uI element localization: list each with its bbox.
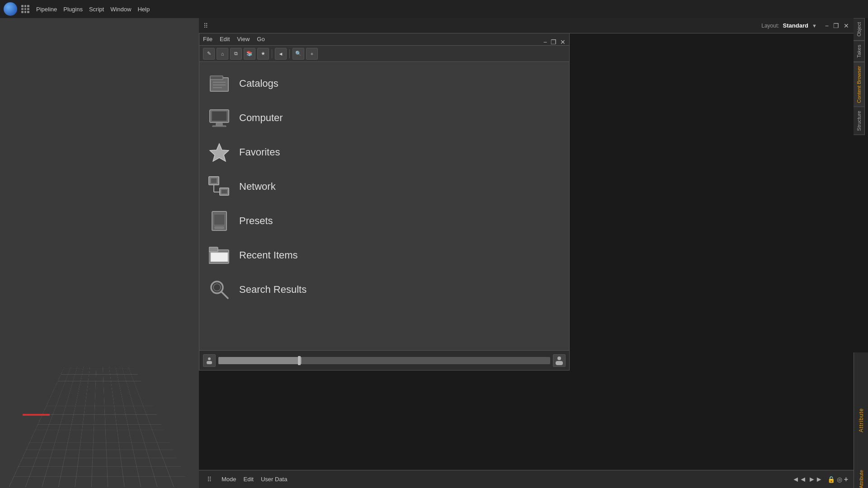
attribute-bottom-tab: Attribute <box>854 470 868 488</box>
svg-rect-8 <box>212 126 226 127</box>
recent-items-icon <box>208 244 230 266</box>
grid-icon[interactable] <box>20 4 31 14</box>
favorites-label: Favorites <box>239 146 280 158</box>
svg-line-24 <box>222 292 228 298</box>
menu-script[interactable]: Script <box>89 6 104 13</box>
network-label: Network <box>239 181 276 192</box>
nav-item-search-results[interactable]: Search Results <box>199 272 569 307</box>
tab-attribute[interactable]: Attribute <box>858 408 864 432</box>
nav-item-favorites[interactable]: Favorites <box>199 135 569 169</box>
computer-label: Computer <box>239 112 283 124</box>
bottom-user-data[interactable]: User Data <box>261 476 288 483</box>
svg-rect-7 <box>216 123 222 126</box>
content-browser-panel: ⠿ Layout: Standard ▼ − ❐ ✕ File Edit Vie… <box>199 18 570 371</box>
network-icon <box>208 176 230 197</box>
svg-point-27 <box>557 357 561 360</box>
content-browser-main: Catalogs Computer <box>199 62 569 370</box>
toolbar-back-icon[interactable]: ◄ <box>275 48 287 60</box>
win-maximize-btn[interactable]: ❐ <box>833 22 839 29</box>
svg-rect-26 <box>207 361 212 364</box>
computer-icon <box>208 107 230 129</box>
menu-view[interactable]: View <box>237 36 250 42</box>
viewport-axis <box>23 414 50 416</box>
size-slider[interactable] <box>218 357 550 364</box>
svg-rect-18 <box>215 227 224 229</box>
toolbar-home-icon[interactable]: ⌂ <box>217 48 228 60</box>
slider-fill <box>218 357 302 364</box>
maximize-button[interactable]: ❐ <box>551 38 557 46</box>
menu-window[interactable]: Window <box>110 6 131 13</box>
lock-icon[interactable]: 🔒 <box>827 476 835 483</box>
favorites-icon <box>208 141 230 163</box>
menu-plugins[interactable]: Plugins <box>63 6 83 13</box>
attribute-label[interactable]: Attribute <box>859 470 864 488</box>
tab-object[interactable]: Object <box>854 18 865 41</box>
svg-point-23 <box>213 284 221 291</box>
nav-item-catalogs[interactable]: Catalogs <box>199 66 569 101</box>
cb-grid-icon: ⠿ <box>203 22 208 29</box>
tab-takes[interactable]: Takes <box>854 41 865 62</box>
catalogs-label: Catalogs <box>239 78 278 89</box>
viewport-grid <box>9 367 190 487</box>
menu-help[interactable]: Help <box>137 6 150 13</box>
content-browser-toolbar: ✎ ⌂ ⧉ 📚 ★ ◄ 🔍 + <box>199 46 569 62</box>
search-results-icon <box>208 279 230 300</box>
menu-file[interactable]: File <box>203 36 212 42</box>
svg-rect-6 <box>212 111 227 121</box>
presets-label: Presets <box>239 215 273 227</box>
tab-structure[interactable]: Structure <box>854 107 865 135</box>
minimize-button[interactable]: − <box>543 38 547 46</box>
toolbar-separator-1 <box>272 49 272 58</box>
svg-point-25 <box>208 357 211 360</box>
menu-edit[interactable]: Edit <box>220 36 230 42</box>
nav-item-recent-items[interactable]: Recent Items <box>199 238 569 272</box>
3d-viewport[interactable] <box>0 18 199 488</box>
nav-item-computer[interactable]: Computer <box>199 101 569 135</box>
layout-name[interactable]: Standard <box>783 22 808 29</box>
toolbar-search-icon[interactable]: 🔍 <box>292 48 304 60</box>
cb-window-titlebar: ⠿ Layout: Standard ▼ − ❐ ✕ <box>199 18 854 33</box>
bottom-grid-icon[interactable]: ⠿ <box>204 474 214 484</box>
bottom-person-right-icon[interactable] <box>553 354 566 367</box>
right-edge-tabs: Object Takes Content Browser Structure <box>854 18 868 135</box>
nav-item-presets[interactable]: Presets <box>199 204 569 238</box>
menu-pipeline[interactable]: Pipeline <box>36 6 57 13</box>
add-icon[interactable]: + <box>844 475 848 483</box>
svg-rect-20 <box>209 247 218 252</box>
menu-go[interactable]: Go <box>257 36 264 42</box>
win-close-btn[interactable]: ✕ <box>844 22 849 29</box>
bottom-edit[interactable]: Edit <box>244 476 254 483</box>
presets-icon <box>208 210 230 232</box>
top-menu-bar: Pipeline Plugins Script Window Help <box>36 6 150 13</box>
attribute-tab-area: Attribute <box>854 352 868 488</box>
toolbar-edit-icon[interactable]: ✎ <box>203 48 215 60</box>
svg-rect-21 <box>211 253 228 262</box>
close-button[interactable]: ✕ <box>560 38 566 46</box>
toolbar-star-icon[interactable]: ★ <box>257 48 269 60</box>
bottom-person-left-icon[interactable] <box>203 354 216 367</box>
svg-rect-28 <box>556 361 563 365</box>
content-browser-bottom <box>199 350 569 370</box>
toolbar-book-icon[interactable]: 📚 <box>244 48 255 60</box>
playback-prev-icon[interactable]: ◄◄ <box>792 475 807 483</box>
toolbar-add-icon[interactable]: + <box>306 48 318 60</box>
bottom-mode[interactable]: Mode <box>222 476 236 483</box>
playback-next-icon[interactable]: ►► <box>808 475 823 483</box>
slider-thumb[interactable] <box>298 356 301 365</box>
tab-content-browser[interactable]: Content Browser <box>854 62 865 107</box>
svg-rect-17 <box>214 214 225 225</box>
win-minimize-btn[interactable]: − <box>825 22 829 29</box>
nav-list: Catalogs Computer <box>199 62 569 350</box>
nav-item-network[interactable]: Network <box>199 169 569 204</box>
svg-rect-13 <box>221 189 227 194</box>
layout-text: Layout: <box>761 23 779 29</box>
toolbar-layers-icon[interactable]: ⧉ <box>230 48 242 60</box>
toolbar-separator-2 <box>289 49 290 58</box>
app-logo <box>4 2 17 16</box>
layout-arrow[interactable]: ▼ <box>812 23 817 28</box>
recent-items-label: Recent Items <box>239 249 298 261</box>
bottom-app-bar: ⠿ Mode Edit User Data ◄◄ ►► 🔒 ◎ + <box>199 470 854 488</box>
target-icon[interactable]: ◎ <box>837 476 842 483</box>
top-app-header: Pipeline Plugins Script Window Help <box>0 0 868 18</box>
content-browser-menubar: File Edit View Go <box>199 33 569 46</box>
